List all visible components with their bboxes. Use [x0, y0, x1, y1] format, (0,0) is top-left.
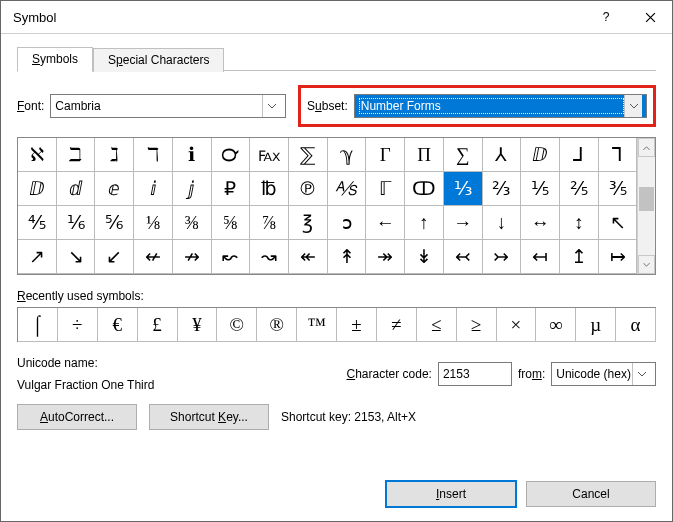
- symbol-cell[interactable]: ℻: [250, 138, 289, 172]
- symbol-cell[interactable]: ⅓: [444, 172, 483, 206]
- recent-symbol-cell[interactable]: €: [98, 308, 138, 342]
- symbol-cell[interactable]: ↞: [289, 240, 328, 274]
- tab-special-characters[interactable]: Special Characters: [93, 48, 224, 72]
- symbol-cell[interactable]: ⅜: [173, 206, 212, 240]
- recent-symbol-cell[interactable]: ∞: [536, 308, 576, 342]
- symbol-cell[interactable]: ↣: [483, 240, 522, 274]
- scroll-thumb[interactable]: [639, 187, 654, 211]
- symbol-cell[interactable]: Π: [405, 138, 444, 172]
- symbol-cell[interactable]: ⅈ: [134, 172, 173, 206]
- recent-symbols-grid[interactable]: ⌠÷€£¥©®™±≠≤≥×∞µα: [17, 307, 656, 342]
- symbol-cell[interactable]: ↡: [405, 240, 444, 274]
- symbol-cell[interactable]: ⅝: [212, 206, 251, 240]
- symbol-cell[interactable]: ⅅ: [521, 138, 560, 172]
- recent-symbol-cell[interactable]: ⌠: [18, 308, 58, 342]
- symbol-cell[interactable]: ∑: [444, 138, 483, 172]
- symbol-cell[interactable]: ⅕: [521, 172, 560, 206]
- symbol-cell[interactable]: ⅘: [18, 206, 57, 240]
- symbol-cell[interactable]: ⅇ: [95, 172, 134, 206]
- symbol-cell[interactable]: ℔: [250, 172, 289, 206]
- symbol-cell[interactable]: ↥: [560, 240, 599, 274]
- symbol-cell[interactable]: ⅆ: [57, 172, 96, 206]
- symbol-cell[interactable]: ↠: [366, 240, 405, 274]
- help-button[interactable]: ?: [584, 1, 628, 33]
- symbol-cell[interactable]: ⅖: [560, 172, 599, 206]
- scroll-track[interactable]: [638, 157, 655, 255]
- symbol-cell[interactable]: ↄ: [328, 206, 367, 240]
- recent-symbol-cell[interactable]: ®: [257, 308, 297, 342]
- symbol-cell[interactable]: ↝: [250, 240, 289, 274]
- symbol-cell[interactable]: ⅀: [289, 138, 328, 172]
- symbol-cell[interactable]: ↚: [134, 240, 173, 274]
- from-combo[interactable]: Unicode (hex): [551, 362, 656, 386]
- symbol-cell[interactable]: ↛: [173, 240, 212, 274]
- scroll-down-button[interactable]: [638, 255, 655, 274]
- symbol-cell[interactable]: →: [444, 206, 483, 240]
- symbol-cell[interactable]: ℸ: [134, 138, 173, 172]
- symbol-cell[interactable]: ↦: [599, 240, 638, 274]
- recent-symbol-cell[interactable]: ×: [497, 308, 537, 342]
- symbol-cell[interactable]: ⅚: [95, 206, 134, 240]
- symbol-cell[interactable]: Γ: [366, 138, 405, 172]
- charcode-block: Character code: from: Unicode (hex): [347, 356, 657, 392]
- symbol-cell[interactable]: ⅙: [57, 206, 96, 240]
- symbol-cell[interactable]: ⅛: [134, 206, 173, 240]
- symbol-cell[interactable]: ↖: [599, 206, 638, 240]
- recent-symbol-cell[interactable]: ¥: [178, 308, 218, 342]
- symbol-cell[interactable]: ↑: [405, 206, 444, 240]
- symbol-cell[interactable]: ⅔: [483, 172, 522, 206]
- symbol-cell[interactable]: ℾ: [366, 172, 405, 206]
- shortcut-key-button[interactable]: Shortcut Key...: [149, 404, 269, 430]
- cancel-button[interactable]: Cancel: [526, 481, 656, 507]
- recent-symbol-cell[interactable]: µ: [576, 308, 616, 342]
- symbol-cell[interactable]: ⅂: [599, 138, 638, 172]
- symbol-cell[interactable]: ↜: [212, 240, 251, 274]
- recent-symbol-cell[interactable]: ≥: [457, 308, 497, 342]
- symbol-cell[interactable]: ℽ: [328, 138, 367, 172]
- symbol-cell[interactable]: ↗: [18, 240, 57, 274]
- symbol-cell[interactable]: ℥: [289, 206, 328, 240]
- symbol-cell[interactable]: ℹ: [173, 138, 212, 172]
- recent-symbol-cell[interactable]: ©: [217, 308, 257, 342]
- symbol-cell[interactable]: ↙: [95, 240, 134, 274]
- autocorrect-button[interactable]: AutoCorrect...: [17, 404, 137, 430]
- close-button[interactable]: [628, 1, 672, 33]
- symbol-cell[interactable]: ↟: [328, 240, 367, 274]
- symbol-cell[interactable]: ↤: [521, 240, 560, 274]
- symbol-cell[interactable]: ⅄: [483, 138, 522, 172]
- symbol-cell[interactable]: ℺: [212, 138, 251, 172]
- recent-symbol-cell[interactable]: ™: [297, 308, 337, 342]
- symbol-cell[interactable]: ℶ: [57, 138, 96, 172]
- tab-symbols[interactable]: Symbols: [17, 47, 93, 72]
- charcode-input[interactable]: [438, 362, 512, 386]
- symbol-cell[interactable]: ℷ: [95, 138, 134, 172]
- symbol-cell[interactable]: ↢: [444, 240, 483, 274]
- subset-combo[interactable]: Number Forms: [354, 94, 647, 118]
- symbol-cell[interactable]: ℵ: [18, 138, 57, 172]
- scroll-up-button[interactable]: [638, 138, 655, 157]
- insert-button[interactable]: Insert: [386, 481, 516, 507]
- symbol-cell[interactable]: ⅍: [328, 172, 367, 206]
- recent-symbol-cell[interactable]: ±: [337, 308, 377, 342]
- recent-symbol-cell[interactable]: ÷: [58, 308, 98, 342]
- symbol-cell[interactable]: ↘: [57, 240, 96, 274]
- symbol-grid[interactable]: ℵℶℷℸℹ℺℻⅀ℽΓΠ∑⅄ⅅ⅃⅂ⅅⅆⅇⅈⅉ₽℔℗⅍ℾↀ⅓⅔⅕⅖⅗⅘⅙⅚⅛⅜⅝⅞℥…: [18, 138, 637, 274]
- recent-symbol-cell[interactable]: ≤: [417, 308, 457, 342]
- symbol-cell[interactable]: ₽: [212, 172, 251, 206]
- symbol-cell[interactable]: ℗: [289, 172, 328, 206]
- symbol-cell[interactable]: ←: [366, 206, 405, 240]
- symbol-cell[interactable]: ↓: [483, 206, 522, 240]
- symbol-cell[interactable]: ⅗: [599, 172, 638, 206]
- symbol-cell[interactable]: ↕: [560, 206, 599, 240]
- symbol-cell[interactable]: ⅅ: [18, 172, 57, 206]
- recent-symbol-cell[interactable]: ≠: [377, 308, 417, 342]
- recent-symbol-cell[interactable]: £: [138, 308, 178, 342]
- font-combo[interactable]: Cambria: [50, 94, 286, 118]
- symbol-cell[interactable]: ↀ: [405, 172, 444, 206]
- symbol-cell[interactable]: ⅉ: [173, 172, 212, 206]
- symbol-cell[interactable]: ↔: [521, 206, 560, 240]
- recent-symbol-cell[interactable]: α: [616, 308, 656, 342]
- symbol-cell[interactable]: ⅃: [560, 138, 599, 172]
- grid-scrollbar[interactable]: [637, 138, 655, 274]
- symbol-cell[interactable]: ⅞: [250, 206, 289, 240]
